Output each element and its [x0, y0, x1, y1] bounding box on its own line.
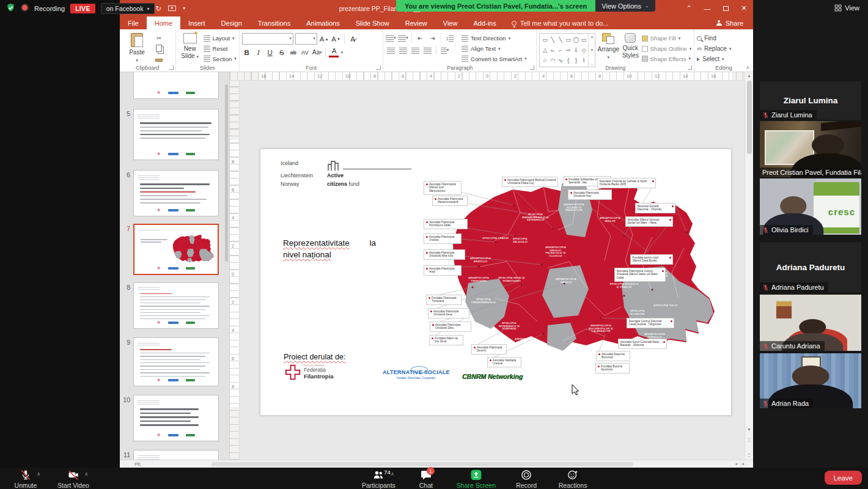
- previous-slide-button[interactable]: ⌃⌃: [745, 439, 753, 444]
- replace-button[interactable]: abReplace▾: [697, 45, 731, 53]
- participant-tile-adriana-paduretu[interactable]: Adriana PaduretuAdriana Paduretu: [760, 242, 861, 292]
- tab-review[interactable]: Review: [397, 17, 435, 29]
- slide-thumbnail-10[interactable]: ✚: [133, 395, 219, 441]
- participant-tile-olivia-birdici[interactable]: crescOlivia Birdici: [760, 178, 861, 235]
- slide-thumbnail-8[interactable]: ✚: [133, 282, 219, 329]
- tab-transitions[interactable]: Transitions: [250, 17, 298, 29]
- new-slide-button[interactable]: New Slide ▾: [178, 32, 202, 63]
- tab-view[interactable]: View: [435, 17, 466, 29]
- scrollbar-thumb[interactable]: [747, 81, 752, 154]
- redo-icon[interactable]: ↻: [155, 5, 161, 12]
- tab-add-ins[interactable]: Add-ins: [465, 17, 504, 29]
- tab-file[interactable]: File: [120, 17, 147, 29]
- clipboard-dialog-launcher[interactable]: [169, 65, 174, 70]
- decrease-indent-button[interactable]: ⇤: [415, 33, 425, 43]
- find-button[interactable]: Find: [697, 34, 731, 42]
- font-size-combobox[interactable]: [295, 33, 317, 45]
- line-spacing-button[interactable]: ↕: [444, 33, 455, 43]
- copy-button[interactable]: [153, 44, 164, 53]
- close-button[interactable]: ✕: [735, 0, 753, 17]
- thumbnails-scrollbar[interactable]: [225, 84, 228, 262]
- vertical-scrollbar[interactable]: ▲ ▼ ⌃⌃ ⌄⌄: [745, 72, 753, 460]
- arrange-button[interactable]: Arrange▾: [597, 32, 619, 63]
- cut-button[interactable]: ✂: [153, 34, 164, 42]
- character-spacing-button[interactable]: AV: [300, 47, 310, 57]
- reactions-button[interactable]: Reactions: [557, 469, 589, 489]
- font-dialog-launcher[interactable]: [377, 65, 381, 70]
- chevron-up-icon[interactable]: ∧: [84, 471, 88, 477]
- chevron-up-icon[interactable]: ∧: [37, 471, 40, 477]
- drawing-dialog-launcher[interactable]: [688, 65, 692, 70]
- columns-button[interactable]: ▾: [440, 45, 450, 55]
- participants-button[interactable]: 74∧Participants: [362, 469, 395, 489]
- font-color-button[interactable]: A: [329, 47, 339, 57]
- align-center-button[interactable]: [398, 45, 408, 55]
- start-video-button[interactable]: ∧Start Video: [57, 469, 89, 489]
- tab-insert[interactable]: Insert: [180, 17, 213, 29]
- shape-effects-button[interactable]: Shape Effects▾: [642, 54, 692, 63]
- shapes-gallery-scrollbar[interactable]: ▲▼⌄: [588, 34, 595, 67]
- format-painter-button[interactable]: [153, 54, 164, 63]
- reset-button[interactable]: Reset: [204, 45, 237, 53]
- scroll-down-icon[interactable]: ▼: [745, 427, 753, 432]
- shrink-font-button[interactable]: A▼: [331, 34, 341, 44]
- bullets-button[interactable]: ▾: [386, 33, 396, 43]
- slide-thumbnail-9[interactable]: ✚: [133, 337, 219, 386]
- text-direction-button[interactable]: Text Direction▾: [462, 34, 526, 43]
- tab-slide-show[interactable]: Slide Show: [348, 17, 397, 29]
- minimize-button[interactable]: —: [698, 0, 716, 17]
- convert-smartart-button[interactable]: Convert to SmartArt▾: [462, 54, 526, 63]
- live-target-dropdown[interactable]: on Facebook ▾: [101, 3, 155, 14]
- align-right-button[interactable]: [410, 45, 421, 55]
- italic-button[interactable]: I: [254, 47, 263, 57]
- slide[interactable]: Iceland Liechtenstein Active Norway citi…: [260, 149, 732, 416]
- select-button[interactable]: Select▾: [697, 55, 731, 63]
- slide-thumbnail-7[interactable]: ✚: [133, 224, 219, 275]
- tab-design[interactable]: Design: [213, 17, 250, 29]
- slide-thumbnail-11[interactable]: [133, 450, 219, 460]
- justify-button[interactable]: [422, 45, 433, 55]
- paste-button[interactable]: Paste▾: [122, 32, 152, 63]
- numbering-button[interactable]: ▾: [398, 33, 408, 43]
- next-slide-button[interactable]: ⌄⌄: [745, 452, 753, 457]
- slide-thumbnail[interactable]: ✚: [133, 72, 219, 99]
- participant-tile-caruntu-adriana[interactable]: Caruntu Adriana: [760, 295, 861, 351]
- tab-home[interactable]: Home: [147, 17, 180, 29]
- grow-font-button[interactable]: A▲: [319, 34, 329, 44]
- layout-button[interactable]: Layout▾: [204, 34, 237, 43]
- ribbon-share-button[interactable]: Share: [707, 17, 753, 29]
- clear-formatting-button[interactable]: A̷: [348, 34, 358, 44]
- view-button[interactable]: View: [834, 4, 859, 12]
- chat-button[interactable]: 1Chat: [410, 469, 442, 489]
- bold-button[interactable]: B: [242, 47, 252, 57]
- shapes-gallery[interactable]: ▭╲╲▭◯▭ △⌙⌐⇨⇩◇ ☆◠∿{}⌇ ▲▼⌄: [539, 33, 595, 67]
- restore-button[interactable]: [716, 0, 735, 17]
- share-screen-button[interactable]: Share Screen: [457, 469, 496, 489]
- align-left-button[interactable]: [386, 45, 396, 55]
- horizontal-scrollbar-thumb[interactable]: [211, 462, 633, 466]
- paragraph-dialog-launcher[interactable]: [530, 65, 534, 70]
- leave-button[interactable]: Leave: [825, 471, 862, 485]
- font-name-combobox[interactable]: [242, 33, 293, 45]
- scroll-left-icon[interactable]: ◂: [735, 461, 737, 466]
- underline-button[interactable]: U: [265, 47, 275, 57]
- record-button[interactable]: Record: [510, 469, 542, 489]
- increase-indent-button[interactable]: ⇥: [427, 33, 438, 43]
- strikethrough-button[interactable]: S: [277, 47, 287, 57]
- collapse-ribbon-icon[interactable]: ∧: [746, 65, 749, 70]
- text-shadow-button[interactable]: ab: [289, 47, 298, 57]
- participant-tile-adrian-rada[interactable]: Adrian Rada: [760, 353, 861, 408]
- participant-tile-ziarul-lumina[interactable]: Ziarul LuminaZiarul Lumina: [760, 81, 861, 120]
- slide-thumbnail-6[interactable]: ✚: [133, 170, 219, 216]
- shape-outline-button[interactable]: Shape Outline▾: [642, 45, 692, 53]
- ribbon-options-button[interactable]: ⌃: [680, 0, 698, 17]
- participant-tile-preot-cristian-pavel-fundatia-filantr[interactable]: Preot Cristian Pavel, Fundatia Filantr..…: [760, 121, 861, 177]
- tell-me-box[interactable]: Tell me what you want to do...: [504, 17, 616, 29]
- start-slideshow-icon[interactable]: [168, 6, 176, 11]
- align-text-button[interactable]: Align Text▾: [462, 45, 526, 53]
- view-options-button[interactable]: View Options ⌄: [595, 0, 655, 12]
- section-button[interactable]: Section▾: [204, 54, 237, 63]
- tab-animations[interactable]: Animations: [298, 17, 347, 29]
- chevron-up-icon[interactable]: ∧: [391, 471, 394, 477]
- slide-thumbnail-5[interactable]: ✚: [133, 109, 219, 160]
